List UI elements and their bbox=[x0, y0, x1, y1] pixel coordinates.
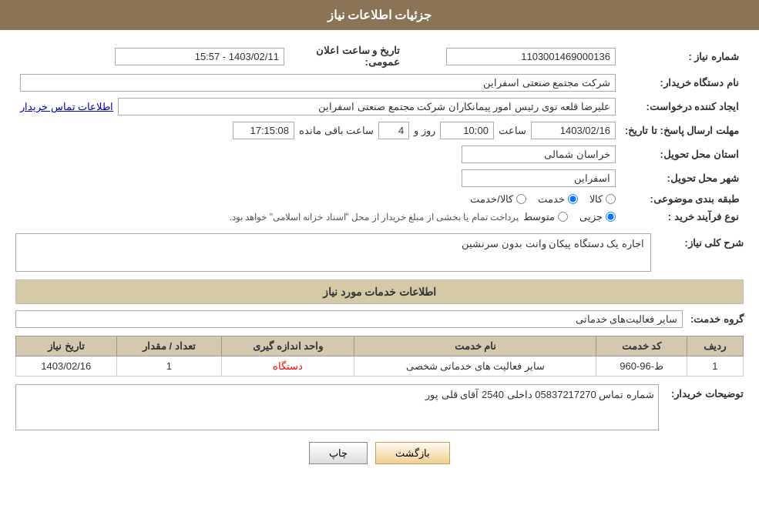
category-khadamat-option[interactable]: خدمت bbox=[538, 193, 578, 205]
main-form-table: شماره نیاز : 1103001469000136 تاریخ و سا… bbox=[15, 42, 744, 226]
col-unit: واحد اندازه گیری bbox=[222, 336, 354, 356]
service-group-label: گروه خدمت: bbox=[690, 313, 744, 325]
province-label: استان محل تحویل: bbox=[620, 142, 744, 166]
province-value: خراسان شمالی bbox=[462, 146, 616, 163]
buyer-notes-row: توضیحات خریدار: شماره تماس 05837217270 د… bbox=[15, 384, 744, 430]
back-button[interactable]: بازگشت bbox=[375, 442, 450, 464]
deadline-days: 4 bbox=[378, 122, 409, 139]
purchase-motavasset-option[interactable]: متوسط bbox=[523, 211, 568, 223]
buyer-notes-value: شماره تماس 05837217270 داخلی 2540 آقای ق… bbox=[15, 384, 659, 430]
deadline-label: مهلت ارسال پاسخ: تا تاریخ: bbox=[620, 119, 744, 142]
deadline-days-label: روز و bbox=[414, 125, 435, 136]
general-desc-label: شرح کلی نیاز: bbox=[659, 233, 744, 249]
col-date: تاریخ نیاز bbox=[16, 336, 117, 356]
col-quantity: تعداد / مقدار bbox=[116, 336, 222, 356]
page-header: جزئیات اطلاعات نیاز bbox=[0, 0, 759, 30]
services-section-header: اطلاعات خدمات مورد نیاز bbox=[15, 279, 744, 304]
creator-value: علیرضا قلعه نوی رئیس امور پیمانکاران شرک… bbox=[118, 98, 616, 115]
col-service-name: نام خدمت bbox=[354, 336, 596, 356]
category-label: طبقه بندی موضوعی: bbox=[620, 190, 744, 208]
buyer-org-value: شرکت مجتمع صنعتی اسفراین bbox=[20, 74, 616, 92]
deadline-remaining: 17:15:08 bbox=[233, 122, 294, 139]
announcement-label: تاریخ و ساعت اعلان عمومی: bbox=[289, 42, 405, 71]
service-group-value: سایر فعالیت‌های خدماتی bbox=[15, 310, 683, 328]
purchase-note: پرداخت تمام یا بخشی از مبلغ خریدار از مح… bbox=[230, 212, 519, 223]
request-number-value: 1103001469000136 bbox=[446, 48, 616, 65]
print-button[interactable]: چاپ bbox=[309, 442, 368, 464]
purchase-type-label: نوع فرآیند خرید : bbox=[620, 208, 744, 226]
city-value: اسفراین bbox=[462, 169, 616, 187]
services-table: ردیف کد خدمت نام خدمت واحد اندازه گیری ت… bbox=[15, 336, 744, 376]
purchase-jozii-option[interactable]: جزیی bbox=[579, 211, 616, 223]
deadline-date: 1403/02/16 bbox=[531, 122, 616, 139]
table-row: 1ط-96-960سایر فعالیت های خدماتی شخصیدستگ… bbox=[16, 356, 744, 376]
creator-label: ایجاد کننده درخواست: bbox=[620, 95, 744, 119]
col-row-num: ردیف bbox=[687, 336, 743, 356]
city-label: شهر محل تحویل: bbox=[620, 166, 744, 190]
buyer-notes-label: توضیحات خریدار: bbox=[667, 384, 744, 400]
deadline-time-label: ساعت bbox=[499, 125, 526, 136]
category-kala-option[interactable]: کالا bbox=[589, 193, 616, 205]
button-row: بازگشت چاپ bbox=[15, 442, 744, 464]
category-radio-group: کالا خدمت کالا/خدمت bbox=[20, 193, 616, 205]
service-group-row: گروه خدمت: سایر فعالیت‌های خدماتی bbox=[15, 310, 744, 328]
category-kala-khadamat-option[interactable]: کالا/خدمت bbox=[470, 193, 526, 205]
deadline-time: 10:00 bbox=[440, 122, 494, 139]
request-number-label: شماره نیاز : bbox=[620, 42, 744, 71]
purchase-radio-group: جزیی متوسط bbox=[523, 211, 616, 223]
col-service-code: کد خدمت bbox=[596, 336, 687, 356]
creator-contact-link[interactable]: اطلاعات تماس خریدار bbox=[20, 101, 113, 112]
deadline-remaining-label: ساعت باقی مانده bbox=[299, 125, 374, 136]
buyer-org-label: نام دستگاه خریدار: bbox=[620, 71, 744, 95]
announcement-value: 1403/02/11 - 15:57 bbox=[115, 48, 284, 65]
general-desc-value: اجاره یک دستگاه پیکان وانت بدون سرنشین bbox=[15, 233, 651, 272]
